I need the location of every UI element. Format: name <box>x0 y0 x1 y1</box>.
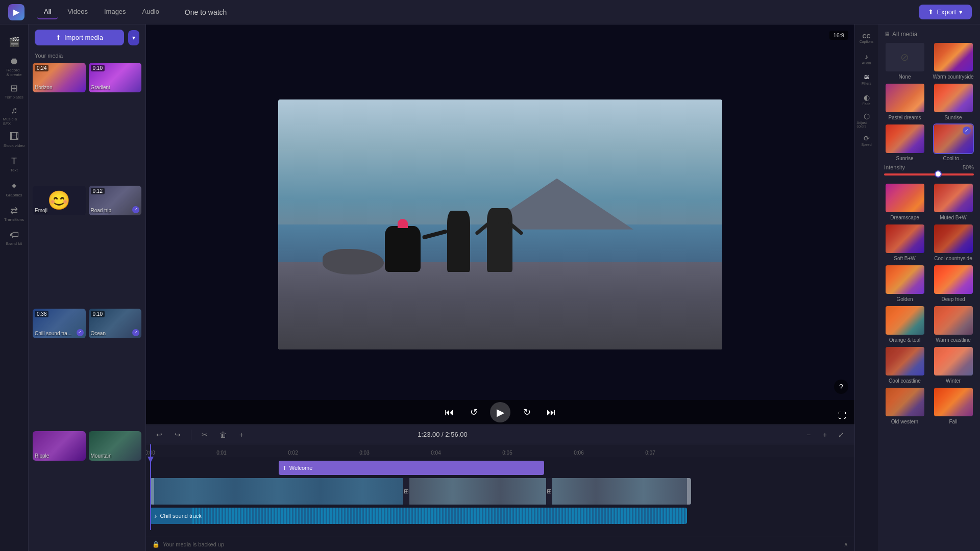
transition-marker-2[interactable]: ⊞ <box>546 478 552 505</box>
fade-icon: ◐ <box>864 93 870 102</box>
filter-pastel-dreams[interactable]: Pastel dreams <box>882 83 927 120</box>
timeline-current-time: 1:23.00 / 2:56.00 <box>418 431 468 438</box>
play-button[interactable]: ▶ <box>490 402 510 422</box>
sidebar-item-transitions[interactable]: ⇄ Transitions <box>3 202 26 224</box>
video-track-handle-left[interactable] <box>150 478 154 505</box>
filters-button[interactable]: ≋ Filters <box>857 69 876 89</box>
delete-button[interactable]: 🗑 <box>216 428 230 442</box>
import-media-button[interactable]: ⬆ Import media <box>35 30 124 45</box>
filter-deep-fried[interactable]: Deep fried <box>930 264 976 302</box>
filter-thumb-fall <box>933 387 974 417</box>
sidebar-item-music[interactable]: ♬ Music & SFX <box>3 104 26 127</box>
speed-button[interactable]: ⟳ Speed <box>857 131 876 150</box>
sidebar-item-graphics[interactable]: ✦ Graphics <box>3 178 26 200</box>
ruler-mark-1: 0:01 <box>222 444 231 457</box>
filter-label-sunrise-1: Sunrise <box>945 115 962 120</box>
app-logo[interactable]: ▶ <box>8 4 24 20</box>
figure-2 <box>447 211 470 272</box>
sidebar-item-text[interactable]: T Text <box>3 153 26 176</box>
audio-icon: ♪ <box>154 513 157 519</box>
video-track-handle-right[interactable] <box>687 478 691 505</box>
media-grid: 0:24 Horizon 0:10 Gradient 😊 Emoji 0:12 … <box>29 63 145 551</box>
undo-button[interactable]: ↩ <box>152 428 166 442</box>
media-item-gradient[interactable]: 0:10 Gradient <box>89 63 142 92</box>
zoom-out-button[interactable]: − <box>801 428 816 442</box>
intensity-thumb[interactable] <box>935 170 942 178</box>
captions-button[interactable]: CC Captions <box>857 29 876 48</box>
tab-audio[interactable]: Audio <box>135 5 166 19</box>
media-item-mountain[interactable]: Mountain <box>89 431 142 461</box>
sidebar-item-media[interactable]: 🎬 <box>3 31 26 53</box>
filter-thumb-cool-to: ✓ <box>933 123 974 154</box>
filter-none[interactable]: ⊘ None <box>882 42 927 80</box>
filter-old-western[interactable]: Old western <box>882 387 927 424</box>
audio-track[interactable]: ♪ Chill sound track <box>150 508 687 524</box>
zoom-in-button[interactable]: + <box>818 428 832 442</box>
fade-button[interactable]: ◐ Fade <box>857 90 876 109</box>
timeline-zoom: − + ⤢ <box>801 428 848 442</box>
backup-dismiss-button[interactable]: ∧ <box>844 541 848 548</box>
skip-forward-button[interactable]: ⏭ <box>543 404 559 420</box>
figure-1 <box>385 226 421 272</box>
ruler-mark-7: 0:07 <box>650 444 660 457</box>
none-symbol: ⊘ <box>900 51 909 63</box>
chill-check: ✓ <box>77 329 84 336</box>
filter-warm-coastline[interactable]: Warm coastline <box>930 305 976 343</box>
media-item-ocean[interactable]: 0:10 Ocean ✓ <box>89 309 142 338</box>
import-dropdown-button[interactable]: ▾ <box>128 30 139 45</box>
media-item-emoji[interactable]: 😊 Emoji <box>33 186 86 215</box>
intensity-slider[interactable] <box>884 173 974 176</box>
stock-icon: 🎞 <box>10 132 19 142</box>
media-item-road-trip[interactable]: 0:12 Road trip ✓ <box>89 186 142 215</box>
filter-label-pastel-dreams: Pastel dreams <box>889 115 921 120</box>
captions-icon: CC <box>863 33 871 39</box>
media-item-chill[interactable]: 0:36 Chill sound tra... ✓ <box>33 309 86 338</box>
filter-cool-coastline[interactable]: Cool coastline <box>882 346 927 384</box>
filter-dreamscape[interactable]: Dreamscape <box>882 183 927 220</box>
video-track[interactable]: ⊞ ⊞ <box>150 478 691 505</box>
aspect-ratio-badge: 16:9 <box>829 31 848 40</box>
filter-golden[interactable]: Golden <box>882 264 927 302</box>
your-media-label: Your media <box>29 51 145 63</box>
add-button[interactable]: + <box>234 428 249 442</box>
filter-cool-countryside[interactable]: Cool countryside <box>930 223 976 261</box>
filter-fall[interactable]: Fall <box>930 387 976 424</box>
sidebar-item-brand[interactable]: 🏷 Brand kit <box>3 227 26 249</box>
cut-button[interactable]: ✂ <box>198 428 212 442</box>
skip-back-button[interactable]: ⏮ <box>441 404 457 420</box>
all-media-button[interactable]: 🖥 All media <box>884 31 917 38</box>
filter-thumb-pastel-dreams <box>885 83 925 113</box>
tab-videos[interactable]: Videos <box>60 5 95 19</box>
media-item-horizon[interactable]: 0:24 Horizon <box>33 63 86 92</box>
ruler-mark-0: 0:00 <box>150 444 160 457</box>
transition-marker-1[interactable]: ⊞ <box>403 478 409 505</box>
sidebar-item-stock[interactable]: 🎞 Stock video <box>3 129 26 151</box>
adjust-colors-button[interactable]: ⬡ Adjust colors <box>857 110 876 130</box>
media-panel: ⬆ Import media ▾ Your media 0:24 Horizon… <box>29 24 146 551</box>
filter-orange-teal[interactable]: Orange & teal <box>882 305 927 343</box>
filter-winter[interactable]: Winter <box>930 346 976 384</box>
filter-cool-to[interactable]: ✓ Cool to... <box>930 123 976 161</box>
timeline-toolbar: ↩ ↪ ✂ 🗑 + 1:23.00 / 2:56.00 − + ⤢ <box>146 425 854 444</box>
filter-warm-countryside[interactable]: Warm countryside <box>930 42 976 80</box>
help-button[interactable]: ? <box>834 380 848 394</box>
filter-muted-bw[interactable]: Muted B+W <box>930 183 976 220</box>
tab-images[interactable]: Images <box>97 5 133 19</box>
zoom-fit-button[interactable]: ⤢ <box>834 428 848 442</box>
sidebar-item-templates[interactable]: ⊞ Templates <box>3 80 26 102</box>
filter-sunrise-1[interactable]: Sunrise <box>930 83 976 120</box>
sidebar-item-record[interactable]: ⏺ Record& create <box>3 55 26 78</box>
filter-sunrise-2[interactable]: Sunrise <box>882 123 927 161</box>
tab-all[interactable]: All <box>37 5 58 19</box>
title-clip[interactable]: T Welcome <box>279 461 544 475</box>
fast-forward-button[interactable]: ↻ <box>519 404 535 420</box>
speed-icon: ⟳ <box>864 134 870 142</box>
audio-panel-button[interactable]: ♪ Audio <box>857 49 876 68</box>
redo-button[interactable]: ↪ <box>170 428 185 442</box>
media-item-ripple[interactable]: Ripple <box>33 431 86 461</box>
fullscreen-button[interactable]: ⛶ <box>838 411 846 420</box>
filter-soft-bw[interactable]: Soft B+W <box>882 223 927 261</box>
record-icon: ⏺ <box>10 56 19 67</box>
rewind-button[interactable]: ↺ <box>465 404 482 420</box>
export-button[interactable]: ⬆ Export ▾ <box>919 5 972 19</box>
